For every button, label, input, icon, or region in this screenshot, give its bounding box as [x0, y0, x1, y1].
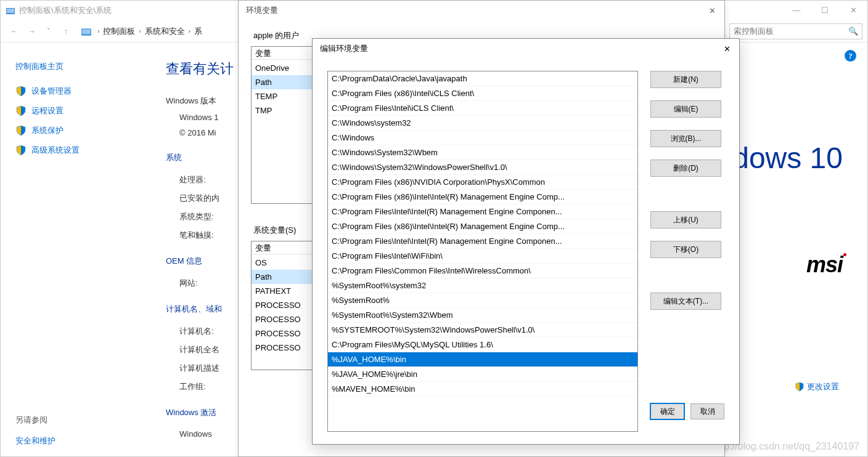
- shield-icon: [795, 382, 805, 392]
- change-label: 更改设置: [807, 381, 839, 392]
- move-up-button[interactable]: 上移(U): [650, 211, 721, 228]
- seealso-link[interactable]: 安全和维护: [15, 435, 139, 447]
- path-entry[interactable]: C:\Program Files (x86)\NVIDIA Corporatio…: [328, 175, 637, 190]
- path-entry[interactable]: C:\Program Files\Intel\Intel(R) Manageme…: [328, 234, 637, 249]
- back-arrow-icon[interactable]: ←: [6, 23, 23, 40]
- shield-icon: [15, 105, 27, 116]
- close-icon[interactable]: ✕: [717, 40, 737, 57]
- path-entry[interactable]: %SYSTEMROOT%\System32\WindowsPowerShell\…: [328, 323, 637, 338]
- shield-icon: [15, 145, 27, 156]
- system-icon: [81, 26, 92, 37]
- path-entry[interactable]: C:\Windows\System32\Wbem: [328, 145, 637, 160]
- sidebar-item-label: 设备管理器: [31, 86, 72, 97]
- sidebar-home-link[interactable]: 控制面板主页: [15, 61, 139, 72]
- path-entry[interactable]: %JAVA_HOME%\jre\bin: [328, 367, 637, 382]
- search-icon: 🔍: [848, 26, 858, 36]
- chevron-right-icon[interactable]: ›: [96, 28, 101, 34]
- main-title-text: 控制面板\系统和安全\系统: [19, 5, 112, 16]
- path-entry[interactable]: C:\Program Files\Intel\WiFi\bin\: [328, 249, 637, 264]
- edit-dialog-buttons: 新建(N) 编辑(E) 浏览(B)... 删除(D) 上移(U) 下移(O) 编…: [650, 71, 724, 432]
- edit-dialog-titlebar: 编辑环境变量 ✕: [313, 39, 739, 59]
- up-arrow-icon[interactable]: ↑: [57, 23, 75, 40]
- sidebar-item-device-manager[interactable]: 设备管理器: [15, 86, 139, 97]
- edit-env-dialog: 编辑环境变量 ✕ C:\ProgramData\Oracle\Java\java…: [312, 38, 740, 445]
- ok-button[interactable]: 确定: [650, 403, 684, 419]
- svg-rect-3: [82, 29, 91, 34]
- search-placeholder: 索控制面板: [734, 26, 774, 37]
- recent-arrow-icon[interactable]: ˅: [40, 23, 57, 40]
- close-button[interactable]: ✕: [839, 1, 867, 19]
- env-dialog-titlebar: 环境变量 ✕: [239, 1, 724, 20]
- path-entry[interactable]: %JAVA_HOME%\bin: [328, 352, 637, 367]
- path-entry[interactable]: C:\Windows: [328, 131, 637, 145]
- shield-icon: [15, 86, 27, 97]
- path-entry[interactable]: %SystemRoot%\system32: [328, 278, 637, 293]
- delete-button[interactable]: 删除(D): [650, 160, 721, 177]
- path-entry[interactable]: C:\Program Files (x86)\Intel\Intel(R) Ma…: [328, 219, 637, 234]
- minimize-button[interactable]: —: [782, 1, 811, 19]
- sidebar-item-protection[interactable]: 系统保护: [15, 125, 139, 136]
- cancel-button[interactable]: 取消: [690, 403, 724, 419]
- path-entries-list[interactable]: C:\ProgramData\Oracle\Java\javapathC:\Pr…: [327, 71, 638, 432]
- sidebar: 控制面板主页 设备管理器 远程设置 系统保护 高级系统设置 另请参阅 安全和维护: [1, 42, 154, 456]
- chevron-right-icon[interactable]: ›: [187, 28, 192, 34]
- path-entry[interactable]: %SystemRoot%\System32\Wbem: [328, 308, 637, 323]
- browse-button[interactable]: 浏览(B)...: [650, 130, 721, 147]
- main-window-controls: — ☐ ✕: [782, 1, 867, 19]
- path-entry[interactable]: %MAVEN_HOME%\bin: [328, 382, 637, 397]
- search-input[interactable]: 索控制面板 🔍: [729, 23, 862, 39]
- breadcrumb-seg[interactable]: 控制面板: [101, 26, 137, 37]
- breadcrumb-seg[interactable]: 系: [192, 26, 204, 37]
- change-settings-link[interactable]: 更改设置: [795, 381, 839, 392]
- move-down-button[interactable]: 下移(O): [650, 241, 721, 258]
- path-entry[interactable]: C:\Program Files (x86)\Intel\iCLS Client…: [328, 86, 637, 101]
- path-entry[interactable]: C:\ProgramData\Oracle\Java\javapath: [328, 71, 637, 86]
- msi-brand: msi: [806, 252, 843, 278]
- close-icon[interactable]: ✕: [700, 2, 724, 19]
- path-entry[interactable]: C:\Program Files\Intel\Intel(R) Manageme…: [328, 204, 637, 219]
- sidebar-item-label: 系统保护: [31, 125, 63, 136]
- seealso-heading: 另请参阅: [15, 415, 139, 426]
- breadcrumb-seg[interactable]: 系统和安全: [143, 26, 187, 37]
- env-dialog-title: 环境变量: [246, 5, 278, 16]
- path-entry[interactable]: C:\Program Files\Intel\iCLS Client\: [328, 101, 637, 116]
- svg-rect-1: [7, 9, 14, 13]
- edit-dialog-title: 编辑环境变量: [320, 43, 368, 54]
- sidebar-item-label: 高级系统设置: [31, 145, 80, 156]
- path-entry[interactable]: C:\Windows\System32\WindowsPowerShell\v1…: [328, 160, 637, 175]
- sidebar-item-remote[interactable]: 远程设置: [15, 105, 139, 116]
- system-icon: [6, 6, 15, 15]
- path-entry[interactable]: %SystemRoot%: [328, 293, 637, 308]
- maximize-button[interactable]: ☐: [811, 1, 839, 19]
- path-entry[interactable]: C:\Program Files\MySQL\MySQL Utilities 1…: [328, 338, 637, 352]
- sidebar-item-advanced[interactable]: 高级系统设置: [15, 145, 139, 156]
- new-button[interactable]: 新建(N): [650, 71, 721, 88]
- sidebar-item-label: 远程设置: [31, 105, 63, 116]
- forward-arrow-icon[interactable]: →: [23, 23, 40, 40]
- path-entry[interactable]: C:\Program Files\Common Files\Intel\Wire…: [328, 264, 637, 278]
- shield-icon: [15, 125, 27, 136]
- path-entry[interactable]: C:\Program Files (x86)\Intel\Intel(R) Ma…: [328, 190, 637, 204]
- chevron-right-icon[interactable]: ›: [137, 28, 142, 34]
- help-icon[interactable]: ?: [845, 50, 856, 62]
- edit-text-button[interactable]: 编辑文本(T)...: [650, 293, 721, 310]
- windows10-brand: dows 10: [732, 141, 843, 175]
- edit-button[interactable]: 编辑(E): [650, 100, 721, 118]
- path-entry[interactable]: C:\Windows\system32: [328, 116, 637, 131]
